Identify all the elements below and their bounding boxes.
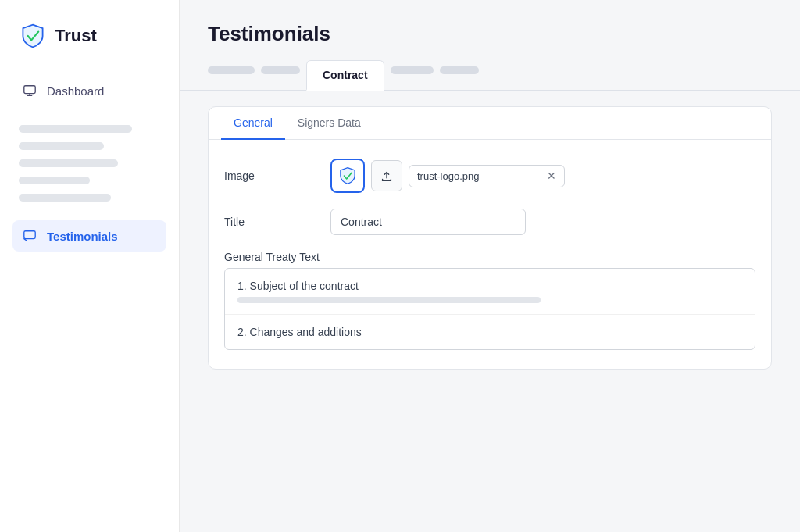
page-header: Testimonials (180, 0, 800, 60)
skeleton-bar-5 (19, 194, 111, 202)
skeleton-bar-2 (19, 142, 104, 150)
main-content: Testimonials Contract General Signers Da… (180, 0, 800, 532)
form-body: Image (209, 140, 771, 369)
tab-contract[interactable]: Contract (306, 60, 384, 91)
comment-icon (22, 228, 38, 244)
skeleton-bar-4 (19, 177, 90, 184)
logo-label: Trust (55, 26, 97, 46)
treaty-item-1: 1. Subject of the contract (225, 269, 755, 315)
treaty-section: General Treaty Text 1. Subject of the co… (224, 251, 755, 350)
logo-area: Trust (12, 19, 166, 53)
content-area: General Signers Data Image (180, 91, 800, 532)
sub-tab-bar: General Signers Data (209, 107, 771, 140)
file-name-text: trust-logo.png (417, 170, 541, 182)
sidebar-item-label-dashboard: Dashboard (47, 84, 104, 98)
title-input[interactable] (330, 209, 526, 235)
upload-icon (380, 169, 394, 183)
monitor-icon (22, 83, 38, 98)
sidebar-item-label-testimonials: Testimonials (47, 230, 118, 243)
treaty-item-2-text: 2. Changes and additions (238, 326, 362, 338)
trust-logo-icon (19, 22, 47, 50)
top-tab-placeholder-2[interactable] (261, 66, 300, 74)
sidebar-item-dashboard[interactable]: Dashboard (12, 75, 166, 106)
treaty-item-2: 2. Changes and additions (225, 315, 755, 349)
title-row: Title (224, 209, 755, 235)
file-name-box: trust-logo.png ✕ (409, 165, 565, 187)
skeleton-bar-1 (19, 125, 132, 133)
tab-signers-data[interactable]: Signers Data (285, 107, 373, 140)
upload-button[interactable] (371, 160, 402, 191)
treaty-item-1-text: 1. Subject of the contract (238, 280, 359, 292)
sidebar: Trust Dashboard Testimonials (0, 0, 180, 532)
image-row: Image (224, 159, 755, 193)
top-tab-bar: Contract (180, 60, 800, 91)
svg-rect-3 (24, 231, 35, 239)
image-preview-icon (330, 159, 365, 193)
page-title: Testimonials (208, 22, 772, 46)
image-label: Image (224, 170, 318, 182)
tab-general[interactable]: General (221, 107, 285, 140)
treaty-item-1-sub (238, 297, 541, 303)
file-clear-button[interactable]: ✕ (547, 170, 556, 181)
image-controls: trust-logo.png ✕ (330, 159, 755, 193)
title-controls (330, 209, 755, 235)
title-label: Title (224, 216, 318, 228)
top-tab-placeholder-3[interactable] (391, 66, 434, 74)
sidebar-item-testimonials[interactable]: Testimonials (12, 220, 166, 252)
contract-card: General Signers Data Image (208, 106, 772, 370)
skeleton-bar-3 (19, 159, 118, 167)
top-tab-placeholder-4[interactable] (440, 66, 479, 74)
sidebar-skeleton (12, 122, 166, 205)
top-tab-placeholder-1[interactable] (208, 66, 255, 74)
treaty-section-label: General Treaty Text (224, 251, 755, 263)
svg-rect-0 (24, 86, 35, 94)
treaty-text-box[interactable]: 1. Subject of the contract 2. Changes an… (224, 268, 755, 350)
